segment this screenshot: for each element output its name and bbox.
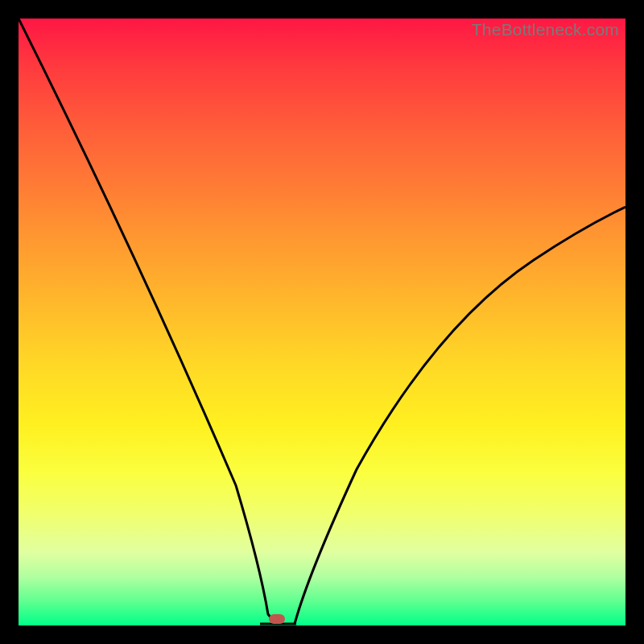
watermark-text: TheBottleneck.com (472, 20, 619, 39)
chart-frame: TheBottleneck.com (0, 0, 644, 644)
curve-right-branch (295, 207, 625, 624)
bottleneck-curve (19, 19, 625, 625)
curve-left-branch (19, 19, 276, 624)
bottleneck-marker (269, 614, 285, 624)
plot-area: TheBottleneck.com (19, 19, 625, 625)
